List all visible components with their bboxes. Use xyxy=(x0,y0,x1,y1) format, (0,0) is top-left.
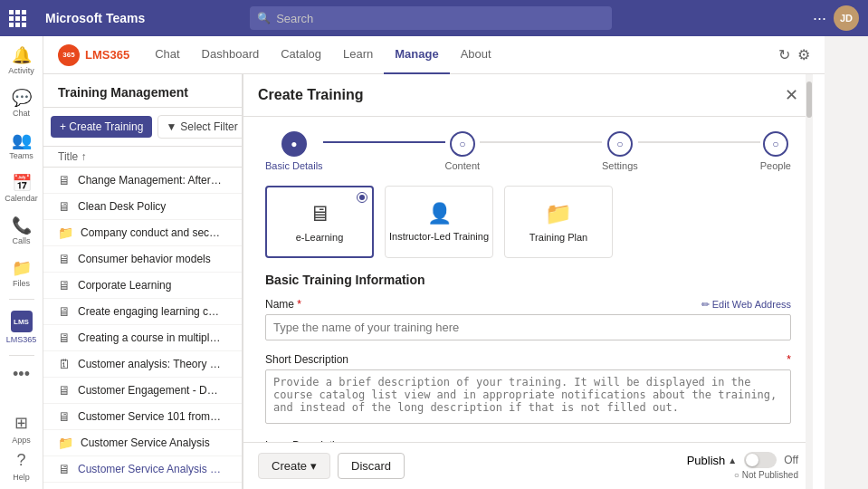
list-item[interactable]: 📁 Company conduct and security policies xyxy=(43,220,242,246)
list-item[interactable]: 🖥 Consumer behavior models xyxy=(43,246,242,273)
item-text: Customer analysis: Theory and Practice xyxy=(78,358,223,370)
avatar-initials: JD xyxy=(840,13,853,24)
name-field-group: Name * ✏ Edit Web Address xyxy=(265,298,791,340)
type-card-plan[interactable]: 📁 Training Plan xyxy=(504,186,613,258)
list-item[interactable]: 🖥 Customer Service Analysis Skills xyxy=(43,456,242,483)
nav-item-teams[interactable]: 👥 Teams xyxy=(0,125,43,168)
create-training-button[interactable]: + Create Training xyxy=(51,116,152,138)
section-title: Basic Training Information xyxy=(265,273,791,287)
lms-nav-dashboard[interactable]: Dashboard xyxy=(191,36,271,74)
name-input[interactable] xyxy=(265,314,791,340)
chat-icon: 💬 xyxy=(12,90,32,106)
lms-logo-circle: 365 xyxy=(58,44,80,66)
list-item[interactable]: 📁 Customer Service Analysis xyxy=(43,430,242,456)
create-button[interactable]: Create ▾ xyxy=(258,453,330,479)
nav-more-button[interactable]: ••• xyxy=(13,360,30,389)
elearning-label: e-Learning xyxy=(296,232,344,243)
edit-icon: ✏ xyxy=(701,299,710,311)
list-item[interactable]: 🖥 Creating a course in multiple language… xyxy=(43,325,242,351)
nav-label-lms365: LMS365 xyxy=(6,335,37,344)
item-text: Creating a course in multiple languages … xyxy=(78,331,223,344)
toggle-thumb xyxy=(746,454,758,466)
calendar-icon: 📅 xyxy=(12,175,32,191)
modal-header: Create Training ✕ xyxy=(243,74,813,117)
step-line-1 xyxy=(323,141,445,143)
nav-item-activity[interactable]: 🔔 Activity xyxy=(0,40,43,82)
training-management: Training Management + Create Training ▼ … xyxy=(43,74,825,489)
footer-right: Publish ▲ Off ○ Not Published xyxy=(687,452,798,480)
type-card-elearning[interactable]: 🖥 e-Learning xyxy=(265,186,374,258)
teams-icon: 👥 xyxy=(12,132,32,149)
lms-nav-catalog[interactable]: Catalog xyxy=(270,36,332,74)
modal-body: Basic Training Information Name * ✏ Edit… xyxy=(243,273,813,442)
step-people[interactable]: ○ People xyxy=(760,131,791,171)
list-item[interactable]: 🖥 Clean Desk Policy xyxy=(43,194,242,220)
calls-icon: 📞 xyxy=(12,217,32,234)
training-toolbar: + Create Training ▼ Select Filter ↑ Trai… xyxy=(43,108,242,147)
help-icon[interactable]: ? xyxy=(16,451,25,470)
publish-label[interactable]: Publish ▲ xyxy=(687,454,738,467)
grid-icon xyxy=(9,10,26,27)
list-item[interactable]: 🗓 Customer analysis: Theory and Practice xyxy=(43,351,242,378)
create-training-modal: Create Training ✕ ● Basic Details ○ Cont… xyxy=(243,74,813,489)
nav-label-apps: Apps xyxy=(12,436,31,445)
publish-toggle[interactable] xyxy=(744,452,777,468)
item-icon-monitor: 🖥 xyxy=(58,173,71,187)
select-filter-label: Select Filter xyxy=(180,120,237,133)
step-circle-basic: ● xyxy=(281,131,307,157)
edit-web-address-button[interactable]: ✏ Edit Web Address xyxy=(701,299,791,311)
training-col-header: Title ↑ xyxy=(43,147,242,168)
scroll-thumb xyxy=(806,82,812,118)
nav-separator xyxy=(9,299,34,300)
list-item[interactable]: 🖥 Change Management: After the Announcem… xyxy=(43,168,242,194)
item-text: Company conduct and security policies xyxy=(81,226,225,239)
step-settings[interactable]: ○ Settings xyxy=(602,131,638,171)
nav-item-calls[interactable]: 📞 Calls xyxy=(0,210,43,253)
nav-item-files[interactable]: 📁 Files xyxy=(0,253,43,295)
apps-grid-button[interactable] xyxy=(9,5,36,32)
step-label-basic: Basic Details xyxy=(265,160,323,171)
lms-nav-manage[interactable]: Manage xyxy=(384,36,449,74)
nav-item-calendar[interactable]: 📅 Calendar xyxy=(0,168,43,210)
scroll-bar[interactable] xyxy=(806,74,813,489)
select-filter-button[interactable]: ▼ Select Filter xyxy=(157,115,243,139)
list-item[interactable]: 🖥 Customer Engagement - Develop product … xyxy=(43,378,242,404)
item-text: Change Management: After the Announcemen… xyxy=(78,174,223,187)
list-item[interactable]: 🖥 Create engaging learning content xyxy=(43,299,242,325)
lms-nav-chat[interactable]: Chat xyxy=(144,36,190,74)
nav-separator-2 xyxy=(9,355,34,356)
refresh-button[interactable]: ↻ xyxy=(778,46,790,63)
discard-button[interactable]: Discard xyxy=(338,453,405,479)
nav-label-teams: Teams xyxy=(9,151,33,160)
filter-icon: ▼ xyxy=(166,120,176,133)
search-bar[interactable]: 🔍 xyxy=(250,6,612,30)
avatar[interactable]: JD xyxy=(834,5,859,31)
step-content[interactable]: ○ Content xyxy=(445,131,481,171)
list-item[interactable]: 🖥 Corporate Learning xyxy=(43,273,242,299)
lms-top-right: ↻ ⚙ xyxy=(778,46,810,63)
step-line-2 xyxy=(480,141,602,143)
nav-item-chat[interactable]: 💬 Chat xyxy=(0,82,43,125)
top-bar: Microsoft Teams 🔍 ··· JD xyxy=(0,0,868,36)
lms-nav-learn[interactable]: Learn xyxy=(332,36,384,74)
plan-label: Training Plan xyxy=(529,232,587,243)
lms-nav-about[interactable]: About xyxy=(450,36,502,74)
step-circle-people: ○ xyxy=(763,131,788,157)
left-nav: 🔔 Activity 💬 Chat 👥 Teams 📅 Calendar 📞 C… xyxy=(0,36,43,489)
nav-label-files: Files xyxy=(13,279,30,288)
settings-button[interactable]: ⚙ xyxy=(797,46,810,63)
list-item[interactable]: 🖥 Customer Service 101 from Mind Tools f… xyxy=(43,404,242,430)
lms-logo: 365 LMS365 xyxy=(58,44,129,66)
type-card-ilt[interactable]: 👤 Instructor-Led Training xyxy=(385,186,493,258)
short-desc-textarea[interactable] xyxy=(265,369,791,424)
app-name: Microsoft Teams xyxy=(45,11,145,25)
step-basic[interactable]: ● Basic Details xyxy=(265,131,323,171)
more-options-button[interactable]: ··· xyxy=(813,9,826,28)
item-icon-monitor: 🖥 xyxy=(58,409,71,424)
apps-icon[interactable]: ⊞ xyxy=(14,413,28,433)
nav-label-help: Help xyxy=(13,473,30,482)
search-input[interactable] xyxy=(276,12,605,25)
footer-left: Create ▾ Discard xyxy=(258,453,405,479)
nav-item-lms365[interactable]: LMS LMS365 xyxy=(0,303,43,351)
modal-close-button[interactable]: ✕ xyxy=(785,85,798,105)
